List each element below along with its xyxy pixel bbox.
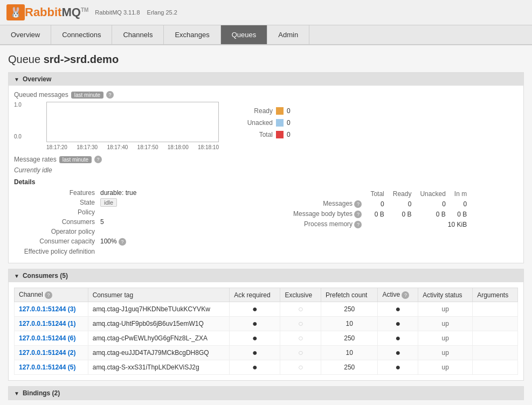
consumers-section-body: Channel ? Consumer tag Ack required Excl… <box>9 282 523 380</box>
details-right: Total Ready Unacked In m Messages ? <box>289 189 518 257</box>
total-value: 0 <box>287 131 291 138</box>
messages-inm: 0 <box>450 199 471 209</box>
active-help-icon[interactable]: ? <box>402 291 409 299</box>
process-memory-value: 10 KiB <box>366 219 471 229</box>
title-prefix: Queue <box>8 53 40 65</box>
prefetch-cell: 250 <box>321 331 378 346</box>
body-bytes-label: Message body bytes ? <box>289 209 366 219</box>
effective-policy-value <box>100 248 273 255</box>
channel-link[interactable]: 127.0.0.1:51244 (3) <box>19 305 75 313</box>
consumer-capacity-row: Consumer capacity 100% ? <box>14 238 273 246</box>
effective-policy-label: Effective policy definition <box>14 248 100 255</box>
bindings-section-header[interactable]: ▼ Bindings (2) <box>9 387 523 400</box>
active-dot: ● <box>396 362 401 372</box>
message-rates-header: Message rates last minute ? <box>14 156 518 163</box>
consumers-section: ▼ Consumers (5) Channel ? Consumer tag A… <box>8 269 524 381</box>
state-row: State idle <box>14 199 273 206</box>
overview-section: ▼ Overview Queued messages last minute ?… <box>8 72 524 263</box>
active-cell: ● <box>378 331 418 346</box>
col-prefetch-header: Prefetch count <box>321 288 378 302</box>
channel-link[interactable]: 127.0.0.1:51244 (2) <box>19 349 75 357</box>
details-heading: Details <box>14 178 518 186</box>
chart-legend: Ready 0 Unacked 0 Total 0 <box>240 102 291 138</box>
channel-cell: 127.0.0.1:51244 (6) <box>15 331 88 346</box>
message-rates-help-icon[interactable]: ? <box>94 156 102 163</box>
queued-messages-help-icon[interactable]: ? <box>106 91 114 99</box>
active-cell: ● <box>378 346 418 360</box>
channel-cell: 127.0.0.1:51244 (3) <box>15 302 88 317</box>
status-badge: up <box>442 320 449 327</box>
consumer-capacity-val: 100% <box>100 238 117 245</box>
ack-cell: ● <box>230 346 280 360</box>
ack-cell: ● <box>230 302 280 317</box>
prefetch-cell: 250 <box>321 360 378 375</box>
logo: 🐰 RabbitMQTM <box>6 4 88 20</box>
channel-cell: 127.0.0.1:51244 (2) <box>15 346 88 360</box>
ready-dot <box>276 107 284 115</box>
policy-label: Policy <box>14 208 100 216</box>
arguments-cell <box>473 346 518 360</box>
exclusive-cell: ○ <box>280 331 321 346</box>
process-memory-label-text: Process memory <box>304 220 353 228</box>
nav-exchanges[interactable]: Exchanges <box>164 25 220 44</box>
time-badge[interactable]: last minute <box>71 92 103 99</box>
col-inm: In m <box>450 189 471 199</box>
consumers-table: Channel ? Consumer tag Ack required Excl… <box>14 288 518 375</box>
ack-dot: ● <box>252 348 258 357</box>
chart-x-labels: 18:17:20 18:17:30 18:17:40 18:17:50 18:1… <box>46 144 219 150</box>
bindings-arrow: ▼ <box>14 390 19 396</box>
total-dot <box>276 131 284 138</box>
channel-link[interactable]: 127.0.0.1:51244 (1) <box>19 320 75 327</box>
ready-label: Ready <box>240 107 273 115</box>
nav-channels[interactable]: Channels <box>112 25 164 44</box>
legend-ready: Ready 0 <box>240 107 291 115</box>
features-row: Features durable: true <box>14 189 273 197</box>
nav-admin[interactable]: Admin <box>267 25 309 44</box>
consumer-capacity-help-icon[interactable]: ? <box>119 238 126 246</box>
consumer-tag-cell: amq.ctag-J1guq7HKDNbeTUukKCYVKw <box>88 302 230 317</box>
channel-link[interactable]: 127.0.0.1:51244 (5) <box>19 364 75 371</box>
col-total: Total <box>366 189 388 199</box>
nav-queues[interactable]: Queues <box>221 25 268 44</box>
bindings-section: ▼ Bindings (2) <box>8 386 524 400</box>
exclusive-cell: ○ <box>280 360 321 375</box>
message-rates-badge[interactable]: last minute <box>59 156 92 163</box>
channel-link[interactable]: 127.0.0.1:51244 (6) <box>19 334 75 342</box>
messages-total: 0 <box>366 199 388 209</box>
process-memory-help-icon[interactable]: ? <box>354 221 362 228</box>
overview-section-header[interactable]: ▼ Overview <box>9 73 523 86</box>
messages-help-icon[interactable]: ? <box>354 200 362 208</box>
nav-overview[interactable]: Overview <box>0 25 51 44</box>
logo-mq: RabbitMQTM <box>25 5 88 19</box>
channel-help-icon[interactable]: ? <box>45 291 52 299</box>
col-channel-label: Channel <box>19 291 43 298</box>
exclusive-dot: ○ <box>298 319 303 328</box>
state-value: idle <box>100 199 273 206</box>
chart-y-top: 1.0 <box>14 102 30 108</box>
arguments-cell <box>473 317 518 331</box>
body-bytes-row: Message body bytes ? 0 B 0 B 0 B 0 B <box>289 209 471 219</box>
col-channel-header: Channel ? <box>15 288 88 302</box>
table-row: 127.0.0.1:51244 (2) amq.ctag-euJJD4TAJ79… <box>15 346 518 360</box>
main-nav: Overview Connections Channels Exchanges … <box>0 25 532 45</box>
erlang-version: Erlang 25.2 <box>147 9 177 16</box>
ack-dot: ● <box>252 362 258 372</box>
status-cell: up <box>418 317 473 331</box>
queued-messages-label: Queued messages <box>14 91 68 99</box>
nav-connections[interactable]: Connections <box>51 25 112 44</box>
consumers-value: 5 <box>100 218 273 226</box>
table-row: 127.0.0.1:51244 (5) amq.ctag-S-xxS31iThp… <box>15 360 518 375</box>
ack-cell: ● <box>230 360 280 375</box>
active-cell: ● <box>378 302 418 317</box>
prefetch-cell: 10 <box>321 317 378 331</box>
body-bytes-ready: 0 B <box>389 209 416 219</box>
features-label: Features <box>14 189 100 197</box>
legend-unacked: Unacked 0 <box>240 119 291 127</box>
consumers-section-header[interactable]: ▼ Consumers (5) <box>9 269 523 282</box>
overview-label: Overview <box>23 75 51 83</box>
x-label-3: 18:17:50 <box>137 144 158 150</box>
consumer-tag-cell: amq.ctag-UhtF9pb0s6jB6uv15emW1Q <box>88 317 230 331</box>
body-bytes-help-icon[interactable]: ? <box>354 211 362 218</box>
exclusive-cell: ○ <box>280 317 321 331</box>
chart-box <box>46 102 219 142</box>
